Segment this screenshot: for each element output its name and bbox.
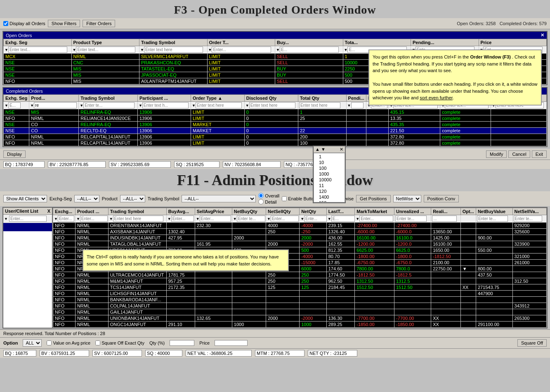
overall-radio-label[interactable]: Overall bbox=[258, 193, 279, 198]
col-f11-buyavg: BuyAvg... bbox=[166, 208, 195, 215]
f11-bq-field[interactable] bbox=[3, 350, 36, 357]
value-on-avg-label[interactable]: Value on Avg price bbox=[47, 340, 90, 345]
bv-field[interactable] bbox=[48, 161, 106, 168]
display-all-checkbox-label[interactable]: Display all Orders bbox=[3, 21, 45, 26]
filter-ordertype[interactable] bbox=[212, 47, 271, 53]
overall-label: Overall bbox=[265, 193, 279, 198]
filter-f11-buyavg[interactable] bbox=[171, 216, 194, 222]
filter-co-pending[interactable] bbox=[351, 102, 364, 108]
square-off-exact-checkbox[interactable] bbox=[95, 340, 100, 345]
netwise-select[interactable]: NetWise bbox=[393, 195, 421, 202]
filter-co-symbol[interactable] bbox=[83, 102, 135, 108]
filter-co-total[interactable] bbox=[299, 102, 341, 108]
f11-bv-field[interactable] bbox=[40, 350, 89, 357]
value-on-avg-checkbox[interactable] bbox=[47, 340, 52, 345]
product-select[interactable]: --ALL-- bbox=[120, 195, 145, 202]
filter-f11-netsellqty[interactable] bbox=[271, 216, 299, 222]
bq-item bbox=[3, 161, 45, 168]
square-off-button[interactable]: Square Off bbox=[517, 339, 547, 347]
filter-f11-exchg[interactable] bbox=[58, 216, 74, 222]
display-button[interactable]: Display bbox=[3, 150, 26, 158]
f11-bq-item bbox=[3, 350, 36, 357]
dropdown-item[interactable]: 1400 bbox=[316, 194, 342, 200]
f11-sv-field[interactable] bbox=[92, 350, 142, 357]
completed-order-row: NFONRMLRELCAPITAL14JANFUT13906LIMIT01003… bbox=[4, 140, 547, 146]
show-filters-button[interactable]: Show Filters bbox=[48, 20, 80, 27]
dropdown-item[interactable]: 100 bbox=[316, 165, 342, 171]
bq-field[interactable] bbox=[3, 161, 45, 168]
exit-button[interactable]: Exit bbox=[532, 150, 547, 158]
col-total: Tota... bbox=[343, 39, 411, 46]
filter-product[interactable] bbox=[76, 47, 135, 53]
f11-tooltip-text: The Ctrl+F option is really handy if you… bbox=[87, 254, 279, 266]
sq-field[interactable] bbox=[174, 161, 220, 168]
filter-exhg[interactable] bbox=[8, 47, 68, 53]
dropdown-item[interactable]: 11 bbox=[316, 183, 342, 188]
filter-buy[interactable] bbox=[280, 47, 339, 53]
filter-f11-symbol[interactable] bbox=[113, 216, 163, 222]
filter-f11-netbuy[interactable] bbox=[477, 216, 508, 222]
dropdown-list[interactable]: 1 10 100 1000 10000 11 120 1400 150 1500 bbox=[314, 153, 345, 202]
filter-co-disclosed[interactable] bbox=[249, 102, 296, 108]
detail-radio[interactable] bbox=[258, 199, 264, 204]
user-list-header: User/Client List X bbox=[3, 208, 52, 215]
filter-orders-button[interactable]: Filter Orders bbox=[83, 20, 115, 27]
filter-f11-product[interactable] bbox=[80, 216, 108, 222]
enable-button-label[interactable]: Enable Button bbox=[282, 196, 316, 201]
dropdown-item[interactable]: 150 bbox=[316, 200, 342, 202]
user-list-close[interactable]: X bbox=[47, 209, 50, 214]
sq-item bbox=[174, 161, 220, 168]
filter-f11-netbuyqty[interactable] bbox=[237, 216, 265, 222]
display-all-checkbox[interactable] bbox=[3, 21, 8, 26]
completed-order-row-selected[interactable]: NSECORECLTD-EQ13906MARKET022221.50comple… bbox=[4, 128, 547, 134]
f11-mtm-field[interactable] bbox=[255, 350, 305, 357]
option-select[interactable]: ALL bbox=[23, 339, 42, 347]
qty-dropdown-popup[interactable]: ▲ ▼ ✕ 1 10 100 1000 10000 11 120 1400 15… bbox=[313, 146, 346, 203]
filter-symbol[interactable] bbox=[144, 47, 203, 53]
filter-f11-sellavg[interactable] bbox=[200, 216, 231, 222]
filter-f11-netsell[interactable] bbox=[514, 216, 543, 222]
price-input[interactable] bbox=[215, 340, 248, 346]
detail-radio-label[interactable]: Detail bbox=[258, 199, 279, 204]
filter-f11-netqty[interactable] bbox=[304, 216, 327, 222]
f11-position-row: NFONRMLCOLPAL14JANFUT343912 bbox=[53, 303, 547, 309]
filter-f11-unrealized[interactable] bbox=[395, 216, 427, 222]
nv-field[interactable] bbox=[223, 161, 281, 168]
open-orders-close[interactable]: ✕ bbox=[541, 33, 544, 38]
dropdown-item[interactable]: 10000 bbox=[316, 177, 342, 183]
dropdown-item[interactable]: 10 bbox=[316, 160, 342, 165]
col-f11-mtm: MarkToMarket bbox=[355, 208, 394, 215]
f11-netqty-field[interactable] bbox=[308, 350, 357, 357]
user-filter-input[interactable] bbox=[9, 216, 47, 222]
f11-position-row: NFONRMLBANKBARODA14JANF... bbox=[53, 297, 547, 303]
exchg-seg-select[interactable]: --ALL-- bbox=[74, 195, 99, 202]
dropdown-close[interactable]: ✕ bbox=[340, 147, 343, 152]
tooltip-bold1: Order Window (F3) bbox=[470, 54, 511, 59]
trading-symbol-select[interactable]: --ALL-- bbox=[182, 195, 256, 202]
f11-netval-field[interactable] bbox=[186, 350, 252, 357]
filter-f11-mtm[interactable] bbox=[359, 216, 393, 222]
dropdown-item[interactable]: 1000 bbox=[316, 171, 342, 177]
qty-pct-input[interactable] bbox=[170, 340, 194, 346]
overall-radio[interactable] bbox=[258, 193, 264, 198]
dropdown-item[interactable]: 1 bbox=[316, 154, 342, 160]
modify-button[interactable]: Modify bbox=[486, 150, 507, 158]
filter-co-exhg[interactable] bbox=[8, 102, 21, 108]
show-all-clients-select[interactable]: Show All Clients bbox=[3, 195, 47, 202]
selected-user-item[interactable] bbox=[3, 223, 52, 231]
f11-toolbar: Show All Clients Exchg-Seg --ALL-- Produ… bbox=[0, 191, 550, 206]
f11-sq-field[interactable] bbox=[145, 350, 182, 357]
filter-f11-reali[interactable] bbox=[432, 216, 457, 222]
user-list-panel: User/Client List X ▼ bbox=[3, 208, 53, 328]
filter-co-ordertype[interactable] bbox=[196, 102, 242, 108]
filter-f11-last[interactable] bbox=[331, 216, 355, 222]
enable-button-checkbox[interactable] bbox=[282, 196, 287, 201]
sv-field[interactable] bbox=[109, 161, 171, 168]
position-conv-button[interactable]: Position Conv bbox=[424, 195, 459, 202]
square-off-exact-label[interactable]: Square Off Exact Qty bbox=[95, 340, 144, 345]
get-positions-button[interactable]: Get Positions bbox=[356, 195, 390, 202]
filter-co-prod[interactable] bbox=[34, 102, 77, 108]
dropdown-item[interactable]: 120 bbox=[316, 188, 342, 194]
filter-co-participant[interactable] bbox=[142, 102, 189, 108]
cancel-button[interactable]: Cancel bbox=[508, 150, 530, 158]
